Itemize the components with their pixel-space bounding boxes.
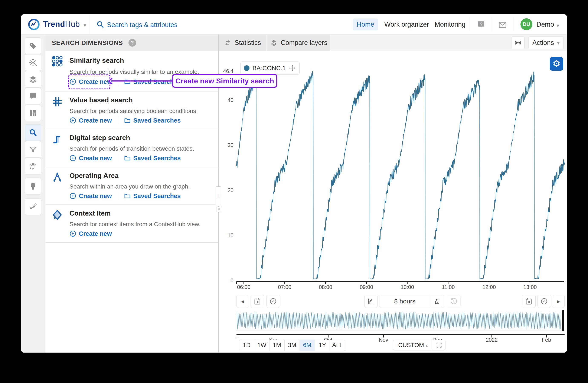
start-time-button[interactable] xyxy=(266,295,280,308)
tool-rail xyxy=(21,35,45,353)
app-switcher-chevron-icon[interactable]: ▾ xyxy=(84,22,86,29)
overview-strip[interactable] xyxy=(236,310,565,338)
operating-create-new-link[interactable]: Create new xyxy=(69,192,112,200)
expand-icon xyxy=(436,342,442,348)
arrow-left-icon: ◂ xyxy=(241,298,244,305)
panel-resize-handle[interactable]: ‖ xyxy=(216,186,221,206)
mail-icon[interactable] xyxy=(498,20,507,29)
rail-fingerprint-button[interactable] xyxy=(25,158,41,174)
rail-tag-button[interactable] xyxy=(25,38,41,54)
zoom-1y-button[interactable]: 1Y xyxy=(315,340,330,351)
section-digital-step-search: Digital step search Search for periods o… xyxy=(45,129,218,167)
user-menu[interactable]: Demo xyxy=(536,21,554,28)
calendar-icon xyxy=(253,297,261,305)
tag-label: BA:CONC.1 xyxy=(252,65,286,72)
value-saved-searches-link[interactable]: Saved Searches xyxy=(124,117,181,124)
create-new-label: Create new xyxy=(79,155,112,162)
end-time-button[interactable] xyxy=(537,295,551,308)
digital-create-new-link[interactable]: Create new xyxy=(69,155,112,162)
folder-icon xyxy=(124,78,131,85)
operating-area-icon xyxy=(52,172,63,183)
brand-light: Hub xyxy=(65,20,80,29)
end-calendar-button[interactable] xyxy=(522,295,536,308)
digital-saved-searches-link[interactable]: Saved Searches xyxy=(124,155,181,162)
custom-range-control: CUSTOM ▴ xyxy=(393,340,445,350)
create-new-label: Create new xyxy=(79,230,112,237)
zoom-1m-button[interactable]: 1M xyxy=(269,340,284,351)
move-icon[interactable] xyxy=(289,64,296,72)
user-menu-chevron-icon[interactable]: ▾ xyxy=(556,22,559,29)
duration-value[interactable]: 8 hours xyxy=(379,298,430,305)
zoom-1w-button[interactable]: 1W xyxy=(254,340,269,351)
section-value-based-search: Value based search Search for periods sa… xyxy=(45,92,218,129)
rail-ml-button[interactable] xyxy=(25,198,41,215)
zoom-6m-button[interactable]: 6M xyxy=(299,340,315,351)
selection-handle[interactable] xyxy=(562,310,564,331)
create-new-label: Create new xyxy=(79,192,112,200)
section-description: Search for periods of transition between… xyxy=(69,145,194,152)
zoom-all-button[interactable]: ALL xyxy=(330,340,345,351)
nav-monitoring[interactable]: Monitoring xyxy=(431,19,469,30)
compare-layers-icon xyxy=(270,39,277,46)
top-bar: TrendHub ▾ Search tags & attributes Home… xyxy=(21,14,567,35)
rail-filter-button[interactable] xyxy=(25,141,41,158)
tab-compare-layers[interactable]: Compare layers xyxy=(267,35,330,51)
rail-recommendation-button[interactable] xyxy=(25,178,41,194)
network-icon xyxy=(29,202,37,211)
section-title: Context Item xyxy=(69,209,111,217)
similarity-search-icon xyxy=(52,56,63,67)
overview-month-label: Feb xyxy=(535,337,558,343)
x-axis-label: 08:00 xyxy=(313,284,338,290)
actions-button[interactable]: Actions ▾ xyxy=(528,36,564,49)
tag-chip[interactable]: BA:CONC.1 xyxy=(240,61,299,75)
duration-lock-button[interactable] xyxy=(430,295,444,308)
fit-range-button[interactable] xyxy=(433,340,445,350)
pan-right-button[interactable]: ▸ xyxy=(553,295,565,308)
x-axis-label: 11:00 xyxy=(436,284,461,290)
series-ba-conc-1 xyxy=(236,71,565,279)
zoom-1d-button[interactable]: 1D xyxy=(239,340,254,351)
nav-work-organizer[interactable]: Work organizer xyxy=(380,19,433,30)
statistics-icon xyxy=(224,39,231,46)
rail-dashboard-button[interactable] xyxy=(25,105,41,121)
rail-formula-button[interactable] xyxy=(25,54,41,71)
y-axis-label: 46.4 xyxy=(209,68,233,74)
help-icon[interactable]: ? xyxy=(477,20,486,29)
section-title: Value based search xyxy=(69,96,133,104)
trend-chart[interactable] xyxy=(236,69,565,288)
divider xyxy=(514,17,514,31)
section-description: Search for periods satisfying boolean co… xyxy=(69,108,198,115)
overview-month-label: Nov xyxy=(372,337,395,343)
history-button[interactable] xyxy=(447,295,461,308)
context-create-new-link[interactable]: Create new xyxy=(69,230,112,237)
section-context-item: Context Item Search for context items fr… xyxy=(45,205,218,243)
nav-home[interactable]: Home xyxy=(353,19,378,30)
section-description: Search within an area you draw on the gr… xyxy=(69,183,190,190)
rail-comment-button[interactable] xyxy=(25,88,41,104)
chart-settings-button[interactable]: ⚙ xyxy=(550,57,563,71)
app-window: TrendHub ▾ Search tags & attributes Home… xyxy=(21,14,567,353)
tag-icon xyxy=(29,41,37,50)
panel-collapse-button[interactable]: × xyxy=(216,207,221,212)
tab-statistics[interactable]: Statistics xyxy=(219,35,266,51)
create-new-label: Create new xyxy=(79,117,112,124)
folder-icon xyxy=(124,117,131,124)
lightbulb-icon xyxy=(29,182,37,191)
y-axis-label: 10 xyxy=(209,232,233,239)
panel-help-icon[interactable]: ? xyxy=(128,39,136,47)
section-title: Similarity search xyxy=(69,57,124,64)
tag-search-input[interactable]: Search tags & attributes xyxy=(107,21,177,29)
interpolation-type-button[interactable] xyxy=(364,295,378,308)
value-create-new-link[interactable]: Create new xyxy=(69,117,112,124)
divider xyxy=(118,192,118,200)
start-calendar-button[interactable] xyxy=(251,295,264,308)
custom-label: CUSTOM xyxy=(398,342,424,348)
custom-range-button[interactable]: CUSTOM ▴ xyxy=(393,342,433,348)
zoom-3m-button[interactable]: 3M xyxy=(284,340,299,351)
rail-layers-button[interactable] xyxy=(25,71,41,88)
live-mode-button[interactable] xyxy=(511,36,525,49)
operating-saved-searches-link[interactable]: Saved Searches xyxy=(124,192,181,200)
rail-search-button[interactable] xyxy=(25,124,41,141)
avatar[interactable]: DU xyxy=(521,18,532,30)
pan-left-button[interactable]: ◂ xyxy=(236,295,248,308)
